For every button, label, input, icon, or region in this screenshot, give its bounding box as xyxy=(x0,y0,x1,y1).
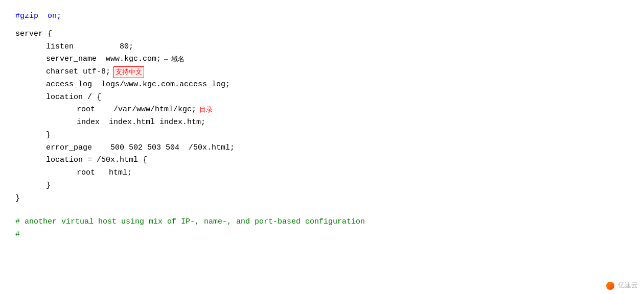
watermark: 亿速云 xyxy=(606,281,638,290)
code-line-root2: root html; xyxy=(15,167,629,180)
location1-close-text: } xyxy=(46,129,51,142)
code-line-charset: charset utf-8; 支持中文 xyxy=(15,66,629,79)
code-line-server-close: } xyxy=(15,192,629,205)
code-line-listen: listen 80; xyxy=(15,41,629,54)
server-open-text: server { xyxy=(15,28,52,41)
code-line-location1-open: location / { xyxy=(15,91,629,104)
root-annotation-label: 目录 xyxy=(199,105,213,115)
code-line-access-log: access_log logs/www.kgc.com.access_log; xyxy=(15,79,629,91)
error-page-text: error_page 500 502 503 504 /50x.html; xyxy=(46,142,235,155)
root2-text: root html; xyxy=(77,167,132,180)
domain-annotation-label: 域名 xyxy=(171,54,185,65)
listen-text: listen 80; xyxy=(46,41,133,54)
code-line-comment1: # another virtual host using mix of IP-,… xyxy=(15,216,629,229)
server-name-text: server_name www.kgc.com; xyxy=(46,53,161,66)
code-line-location1-close: } xyxy=(15,129,629,142)
code-line-location2-close: } xyxy=(15,180,629,192)
code-line-index1: index index.html index.htm; xyxy=(15,116,629,129)
charset-text: charset utf-8; xyxy=(46,66,110,79)
access-log-text: access_log logs/www.kgc.com.access_log; xyxy=(46,79,230,91)
gzip-text: #gzip on; xyxy=(15,10,61,23)
code-line-gzip: #gzip on; xyxy=(15,10,629,23)
location1-open-text: location / { xyxy=(46,91,101,104)
code-line-error-page: error_page 500 502 503 504 /50x.html; xyxy=(15,142,629,155)
domain-annotation-box xyxy=(164,59,168,60)
charset-annotation-box: 支持中文 xyxy=(113,66,144,78)
code-container: #gzip on; server { listen 80; server_nam… xyxy=(0,0,644,294)
comment1-text: # another virtual host using mix of IP-,… xyxy=(15,216,365,229)
location2-open-text: location = /50x.html { xyxy=(46,154,147,167)
index1-text: index index.html index.htm; xyxy=(77,116,205,129)
root1-text: root /var/www/html/kgc; xyxy=(77,104,196,116)
location2-close-text: } xyxy=(46,180,51,192)
code-line-server-open: server { xyxy=(15,28,629,41)
code-line-comment2: # xyxy=(15,229,629,241)
code-line-root1: root /var/www/html/kgc; 目录 xyxy=(15,104,629,116)
watermark-text: 亿速云 xyxy=(618,281,638,289)
comment2-text: # xyxy=(15,229,20,241)
server-close-text: } xyxy=(15,192,20,205)
code-line-server-name: server_name www.kgc.com; 域名 xyxy=(15,53,629,66)
code-line-location2-open: location = /50x.html { xyxy=(15,154,629,167)
watermark-icon xyxy=(606,282,614,290)
